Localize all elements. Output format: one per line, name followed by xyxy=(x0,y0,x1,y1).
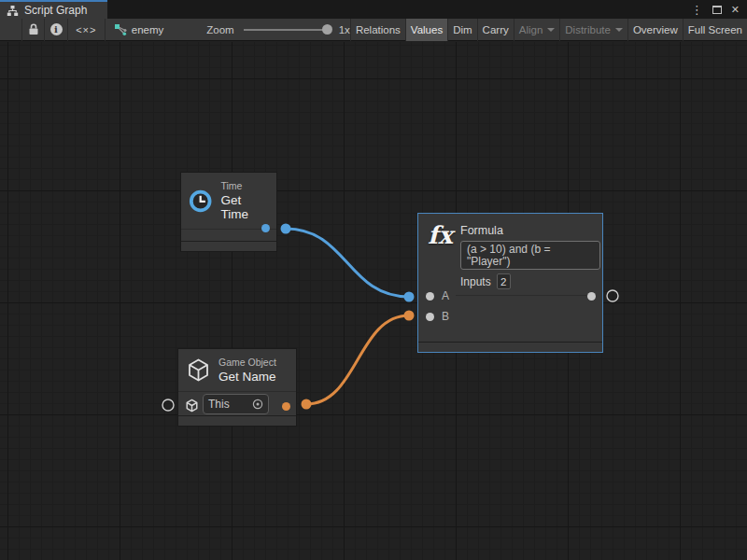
node-formula[interactable]: fx Formula (a > 10) and (b = "Player") I… xyxy=(417,213,603,353)
node-category-label: Game Object xyxy=(218,357,276,368)
get-name-output-port[interactable] xyxy=(282,402,290,411)
object-picker-icon xyxy=(252,399,263,410)
formula-input-port-b[interactable] xyxy=(426,313,434,321)
code-icon: <×> xyxy=(76,24,96,35)
maximize-icon[interactable] xyxy=(712,6,722,14)
formula-expression-input[interactable]: (a > 10) and (b = "Player") xyxy=(460,241,600,270)
node-title-label: Formula xyxy=(460,224,503,237)
graph-name-label: enemy xyxy=(132,24,164,35)
target-cube-icon xyxy=(185,399,199,413)
zoom-slider[interactable] xyxy=(244,19,335,41)
close-icon[interactable]: ✕ xyxy=(731,5,740,15)
port-row-divider xyxy=(456,295,586,296)
node-title-label: Get Name xyxy=(218,370,276,384)
toolbar-buttons: Relations Values Dim Carry Align Distrib… xyxy=(350,19,747,41)
graph-node-icon xyxy=(114,23,127,36)
formula-output-port[interactable] xyxy=(587,292,596,301)
node-title-label: Get Time xyxy=(220,193,269,221)
zoom-label: Zoom xyxy=(206,24,233,35)
wire-endpoint-blue-start[interactable] xyxy=(281,224,291,234)
game-object-cube-icon xyxy=(186,357,211,383)
target-value: This xyxy=(208,398,230,411)
port-b-label: B xyxy=(442,310,449,323)
formula-input-port-a[interactable] xyxy=(426,292,434,301)
full-screen-button[interactable]: Full Screen xyxy=(683,19,747,41)
overview-button[interactable]: Overview xyxy=(627,19,683,41)
lock-icon xyxy=(28,23,39,35)
info-icon: i xyxy=(50,23,63,35)
graph-canvas[interactable]: Time Get Time fx Formula (a > 10) and (b… xyxy=(0,42,747,560)
formula-output-unconnected-port[interactable] xyxy=(607,290,618,301)
separator xyxy=(105,19,106,41)
port-a-label: A xyxy=(442,289,449,302)
node-get-name[interactable]: Game Object Get Name This xyxy=(177,348,297,427)
distribute-button[interactable]: Distribute xyxy=(559,19,627,41)
window-menu-icon[interactable]: ⋮ xyxy=(691,4,703,16)
inputs-count-field[interactable]: 2 xyxy=(497,273,511,289)
zoom-slider-track[interactable] xyxy=(244,29,328,31)
object-picker-button[interactable] xyxy=(252,399,263,410)
zoom-control: Zoom 1x xyxy=(206,19,350,41)
tab-title: Script Graph xyxy=(24,4,87,17)
wire-endpoint-orange-start[interactable] xyxy=(302,399,312,410)
get-time-output-port[interactable] xyxy=(261,224,270,232)
window-controls: ⋮ ✕ xyxy=(691,0,747,19)
clock-icon xyxy=(189,189,212,214)
getname-input-unconnected-port[interactable] xyxy=(162,399,174,411)
node-footer xyxy=(181,241,276,251)
carry-button[interactable]: Carry xyxy=(477,19,514,41)
dim-button[interactable]: Dim xyxy=(447,19,476,41)
script-graph-icon xyxy=(7,5,19,17)
relations-button[interactable]: Relations xyxy=(350,19,405,41)
wire-gettime-to-formula-a[interactable] xyxy=(286,229,409,297)
values-button[interactable]: Values xyxy=(405,19,447,41)
node-category-label: Time xyxy=(220,180,269,191)
zoom-value: 1x xyxy=(339,24,350,35)
node-footer xyxy=(418,342,602,352)
window-tab-bar: Script Graph ⋮ ✕ xyxy=(0,0,747,19)
get-time-header: Time Get Time xyxy=(181,173,276,229)
info-button[interactable]: i xyxy=(45,19,67,41)
get-name-header: Game Object Get Name xyxy=(178,349,296,391)
node-get-time[interactable]: Time Get Time xyxy=(180,172,277,252)
zoom-slider-handle[interactable] xyxy=(322,24,332,35)
graph-toolbar: i <×> enemy Zoom 1x Relations Values Dim… xyxy=(0,19,747,41)
target-object-field[interactable]: This xyxy=(203,394,269,414)
wire-endpoint-blue-end[interactable] xyxy=(404,292,415,302)
node-footer xyxy=(178,415,296,426)
chevron-down-icon xyxy=(547,28,555,32)
chevron-down-icon xyxy=(615,28,623,32)
wire-getname-to-formula-b[interactable] xyxy=(306,315,409,404)
tab-script-graph[interactable]: Script Graph xyxy=(0,0,107,19)
wire-layer xyxy=(0,42,747,560)
graph-reference[interactable]: enemy xyxy=(114,23,164,36)
code-preview-button[interactable]: <×> xyxy=(68,19,105,41)
align-button[interactable]: Align xyxy=(514,19,560,41)
lock-button[interactable] xyxy=(22,19,45,41)
formula-fx-icon: fx xyxy=(428,221,458,249)
inputs-label: Inputs xyxy=(460,275,491,288)
wire-endpoint-orange-end[interactable] xyxy=(404,311,415,321)
